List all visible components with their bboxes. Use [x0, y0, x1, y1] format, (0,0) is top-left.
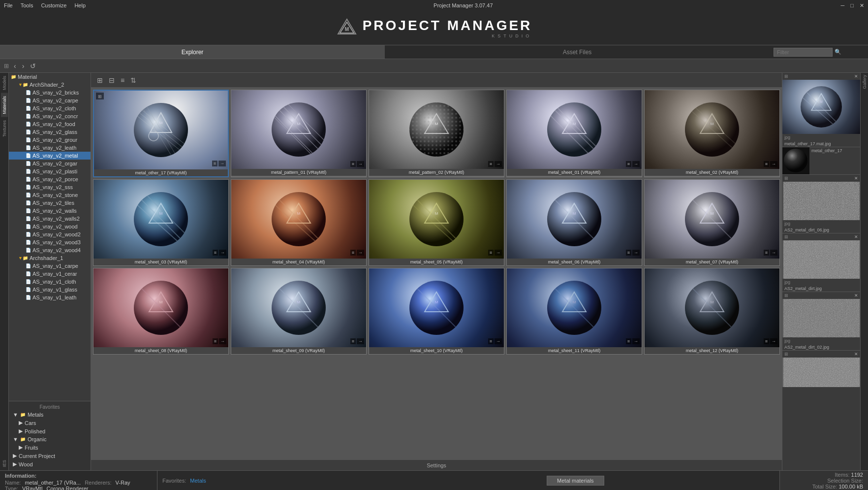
- tree-item-grour[interactable]: 📄AS_vray_v2_grour: [9, 136, 91, 144]
- material-card-6[interactable]: M ≡ → metal_sheet_03 (VRayMtl): [93, 179, 229, 266]
- material-card-8[interactable]: M ≡ → metal_sheet_05 (VRayMtl): [369, 179, 504, 266]
- fav-wood[interactable]: ▶ Wood: [9, 460, 91, 468]
- material-card-1[interactable]: ⊞: [93, 90, 229, 177]
- tree-item-walls[interactable]: 📄AS_vray_v2_walls: [9, 207, 91, 215]
- menu-customize[interactable]: Customize: [41, 2, 66, 8]
- sidebar-tab-materials[interactable]: Materials: [1, 93, 8, 117]
- tree-item-wood3[interactable]: 📄AS_vray_v2_wood3: [9, 238, 91, 246]
- forward-button[interactable]: ›: [21, 61, 26, 71]
- sphere-render-7: M: [269, 190, 328, 249]
- gallery-item2-close[interactable]: ✕: [854, 176, 858, 181]
- material-card-14[interactable]: M ≡ → metal_sheet_11 (VRayMtl): [506, 268, 642, 355]
- material-card-13[interactable]: M ≡ → metal_sheet_10 (VRayMtl): [369, 268, 504, 355]
- tree-item-v1-carpe[interactable]: 📄AS_vray_v1_carpe: [9, 262, 91, 270]
- tree-item-wood2[interactable]: 📄AS_vray_v2_wood2: [9, 230, 91, 238]
- gallery-item-4: ⊞ ✕ jpg AS2_metal_dirt_02.jpg: [782, 292, 860, 351]
- view-grid-button[interactable]: ⊞: [95, 75, 105, 85]
- gallery-item-2: ⊞ ✕ jpg AS2_metal_dirt_06.jpg: [782, 175, 860, 233]
- tree-item-plasti[interactable]: 📄AS_vray_v2_plasti: [9, 167, 91, 175]
- menu-help[interactable]: Help: [74, 2, 86, 8]
- maximize-button[interactable]: □: [850, 2, 854, 9]
- fav-current-project[interactable]: ▶ Current Project: [9, 452, 91, 460]
- settings-bar[interactable]: Settings: [91, 459, 782, 470]
- tree-item-cloth[interactable]: 📄AS_vray_v2_cloth: [9, 104, 91, 112]
- favorites-label: Favorites: [9, 403, 91, 411]
- gallery-thumb-pair: metal_other_17: [782, 147, 860, 175]
- svg-point-101: [784, 149, 807, 172]
- refresh-button[interactable]: ↺: [29, 61, 37, 71]
- fav-polished[interactable]: ▶ Polished: [9, 427, 91, 435]
- gallery-ballname: metal_other_17: [811, 148, 842, 153]
- material-grid: ⊞: [91, 88, 782, 459]
- gallery-item1-close[interactable]: ✕: [854, 74, 858, 79]
- sidebar-tab-ies[interactable]: IES: [1, 457, 8, 470]
- tree-item-carpe[interactable]: 📄AS_vray_v2_carpe: [9, 97, 91, 104]
- svg-text:M: M: [297, 122, 301, 126]
- back-button[interactable]: ‹: [13, 61, 17, 71]
- status-tag: Metal materials: [547, 476, 604, 486]
- filter-input[interactable]: [774, 48, 833, 57]
- fav-cars[interactable]: ▶ Cars: [9, 419, 91, 427]
- right-gallery: ⊞ ✕: [782, 73, 868, 470]
- close-button[interactable]: ✕: [860, 2, 864, 9]
- tree-root-material[interactable]: 📁 Material: [9, 73, 91, 81]
- menu-tools[interactable]: Tools: [21, 2, 33, 8]
- svg-text:M: M: [573, 211, 576, 216]
- material-card-11[interactable]: M ≡ → metal_sheet_08 (VRayMtl): [93, 268, 229, 355]
- svg-text:M: M: [297, 300, 301, 304]
- tree-item-concr[interactable]: 📄AS_vray_v2_concr: [9, 112, 91, 120]
- tree-item-sss[interactable]: 📄AS_vray_v2_sss: [9, 183, 91, 191]
- material-card-12[interactable]: M ≡ → metal_sheet_09 (VRayMtl): [231, 268, 367, 355]
- tree-item-metal[interactable]: 📄AS_vray_v2_metal: [9, 152, 91, 160]
- minimize-button[interactable]: ─: [841, 2, 845, 9]
- tab-asset-files[interactable]: Asset Files: [385, 45, 770, 59]
- tree-item-food[interactable]: 📄AS_vray_v2_food: [9, 120, 91, 128]
- tree-item-tiles[interactable]: 📄AS_vray_v2_tiles: [9, 199, 91, 207]
- statusbar: Information: Name: metal_other_17 (VRa..…: [0, 470, 868, 490]
- status-items: Items: 1192: [835, 472, 864, 478]
- view-list-button[interactable]: ≡: [119, 75, 126, 85]
- tree-item-wood[interactable]: 📄AS_vray_v2_wood: [9, 223, 91, 230]
- material-name-2: metal_pattern_01 (VRayMtl): [231, 169, 366, 176]
- tree-folder-archshader1[interactable]: ▼📁 Archshader_1: [9, 254, 91, 262]
- material-card-9[interactable]: M ≡ → metal_sheet_06 (VRayMtl): [506, 179, 642, 266]
- search-icon[interactable]: 🔍: [835, 49, 841, 55]
- fav-fruits[interactable]: ▶ Fruits: [9, 443, 91, 452]
- view-grid2-button[interactable]: ⊟: [107, 75, 117, 85]
- tab-explorer[interactable]: Explorer: [0, 45, 385, 59]
- tree-item-stone[interactable]: 📄AS_vray_v2_stone: [9, 191, 91, 199]
- tree-item-orgar[interactable]: 📄AS_vray_v2_orgar: [9, 160, 91, 167]
- material-card-5[interactable]: M ≡ → metal_sheet_02 (VRayMtl): [644, 90, 780, 177]
- gallery-item5-close[interactable]: ✕: [854, 352, 858, 357]
- material-card-10[interactable]: M ≡ → metal_sheet_07 (VRayMtl): [644, 179, 780, 266]
- tree-item-glass[interactable]: 📄AS_vray_v2_glass: [9, 128, 91, 136]
- material-card-7[interactable]: M ≡ → metal_sheet_04 (VRayMtl): [231, 179, 367, 266]
- tree-item-walls2[interactable]: 📄AS_vray_v2_walls2: [9, 215, 91, 223]
- material-card-2[interactable]: M ≡ → metal_pattern_01 (VRayMtl): [231, 90, 367, 177]
- status-favorites-value[interactable]: Metals: [190, 478, 206, 484]
- fav-organic[interactable]: ▼ 📁 Organic: [9, 435, 91, 443]
- material-card-15[interactable]: M ≡ → metal_sheet_12 (VRayMtl): [644, 268, 780, 355]
- tree-folder-archshader2[interactable]: ▼📁 ArchShader_2: [9, 81, 91, 89]
- tree-item-v1-cloth[interactable]: 📄AS_vray_v1_cloth: [9, 278, 91, 286]
- tree-item-wood4[interactable]: 📄AS_vray_v2_wood4: [9, 246, 91, 254]
- tree-item-v1-cerar[interactable]: 📄AS_vray_v1_cerar: [9, 270, 91, 278]
- tree-item-v1-leath[interactable]: 📄AS_vray_v1_leath: [9, 294, 91, 301]
- fav-metals[interactable]: ▼ 📁 Metals: [9, 411, 91, 419]
- sort-button[interactable]: ⇅: [128, 75, 138, 85]
- gallery-item3-close[interactable]: ✕: [854, 234, 858, 239]
- sidebar-tab-models[interactable]: Models: [1, 73, 8, 93]
- gallery-item4-close[interactable]: ✕: [854, 293, 858, 298]
- tree-item-leath[interactable]: 📄AS_vray_v2_leath: [9, 144, 91, 152]
- tree-item-v1-glass[interactable]: 📄AS_vray_v1_glass: [9, 286, 91, 294]
- tree-item-porce[interactable]: 📄AS_vray_v2_porce: [9, 175, 91, 183]
- logo-icon: M: [336, 17, 358, 39]
- material-card-4[interactable]: M ≡ → metal_sheet_01 (VRayMtl): [506, 90, 642, 177]
- menu-file[interactable]: File: [4, 2, 13, 8]
- material-card-3[interactable]: M ≡ → metal_pattern_02 (VRayMtl): [369, 90, 504, 177]
- tree-item-bricks[interactable]: 📄AS_vray_v2_bricks: [9, 89, 91, 97]
- gallery-type-2: jpg: [782, 220, 860, 227]
- sidebar-tab-textures[interactable]: Textures: [1, 117, 8, 140]
- sphere-render-6: M: [131, 190, 190, 249]
- sphere-render-10: M: [682, 190, 742, 249]
